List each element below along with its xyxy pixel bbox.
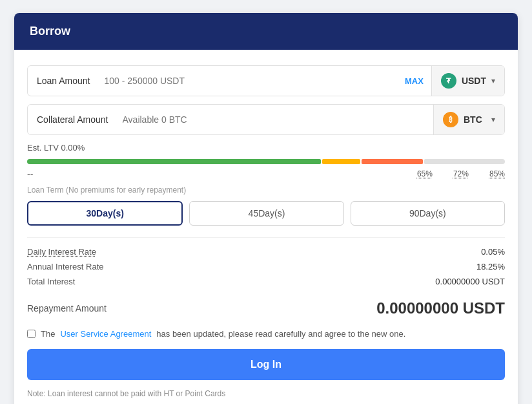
loan-term-label: Loan Term (No premiums for early repayme…: [27, 185, 505, 195]
loan-term-note: (No premiums for early repayment): [66, 186, 186, 195]
collateral-currency-label: BTC: [464, 114, 482, 125]
ltv-segment-grey: [424, 159, 505, 164]
annual-interest-row: Annual Interest Rate 18.25%: [27, 262, 505, 271]
ltv-percentages: 65% 72% 85%: [417, 169, 505, 178]
agreement-text1: The: [41, 329, 55, 339]
collateral-amount-input[interactable]: [118, 114, 433, 125]
ltv-65: 65%: [417, 169, 433, 178]
user-service-agreement-link[interactable]: User Service Agreement: [60, 329, 151, 339]
ltv-dash: --: [27, 169, 33, 179]
ltv-segment-orange: [362, 159, 423, 164]
usdt-icon: ₮: [441, 73, 456, 89]
loan-amount-row: Loan Amount MAX ₮ USDT ▾: [27, 65, 505, 96]
loan-currency-select[interactable]: ₮ USDT ▾: [431, 66, 504, 96]
term-buttons: 30Day(s) 45Day(s) 90Day(s): [27, 201, 505, 226]
ltv-72: 72%: [453, 169, 469, 178]
loan-amount-label: Loan Amount: [28, 76, 99, 86]
repayment-label: Repayment Amount: [27, 303, 107, 314]
loan-currency-chevron: ▾: [491, 76, 495, 85]
max-button[interactable]: MAX: [397, 76, 431, 86]
ltv-row: Est. LTV 0.00%: [27, 143, 505, 153]
annual-interest-value: 18.25%: [476, 262, 505, 271]
daily-interest-value: 0.05%: [481, 247, 505, 257]
btc-icon: ₿: [443, 112, 458, 127]
borrow-card: Borrow Loan Amount MAX ₮ USDT ▾ Collater…: [14, 13, 518, 404]
ltv-labels: -- 65% 72% 85%: [27, 167, 505, 181]
term-90-button[interactable]: 90Day(s): [351, 201, 505, 226]
collateral-currency-select[interactable]: ₿ BTC ▾: [433, 105, 504, 134]
agreement-text2: has been updated, please read carefully …: [156, 329, 405, 339]
total-interest-label: Total Interest: [27, 277, 75, 286]
daily-interest-label: Daily Interest Rate: [27, 247, 96, 257]
ltv-label: Est. LTV: [27, 143, 61, 153]
ltv-segment-green: [27, 159, 321, 164]
loan-term-text: Loan Term: [27, 186, 63, 195]
card-body: Loan Amount MAX ₮ USDT ▾ Collateral Amou…: [14, 50, 518, 404]
repayment-value: 0.00000000 USDT: [376, 299, 505, 317]
collateral-amount-row: Collateral Amount ₿ BTC ▾: [27, 104, 505, 135]
card-header: Borrow: [14, 13, 518, 50]
collateral-currency-chevron: ▾: [491, 115, 495, 124]
agreement-row: The User Service Agreement has been upda…: [27, 329, 505, 339]
ltv-bar: [27, 159, 505, 164]
ltv-segment-yellow: [322, 159, 360, 164]
page-title: Borrow: [30, 25, 70, 37]
loan-currency-label: USDT: [462, 76, 486, 86]
term-45-button[interactable]: 45Day(s): [189, 201, 343, 226]
daily-interest-row: Daily Interest Rate 0.05%: [27, 247, 505, 257]
total-interest-row: Total Interest 0.00000000 USDT: [27, 277, 505, 286]
collateral-amount-label: Collateral Amount: [28, 114, 118, 125]
agreement-checkbox[interactable]: [27, 330, 36, 338]
total-interest-value: 0.00000000 USDT: [435, 277, 505, 286]
annual-interest-label: Annual Interest Rate: [27, 262, 104, 271]
ltv-85: 85%: [489, 169, 505, 178]
note-text: Note: Loan interest cannot be paid with …: [27, 389, 505, 398]
rate-rows: Daily Interest Rate 0.05% Annual Interes…: [27, 237, 505, 286]
login-button[interactable]: Log In: [27, 349, 505, 380]
ltv-value: 0.00%: [61, 143, 85, 153]
loan-amount-input[interactable]: [99, 76, 397, 86]
term-30-button[interactable]: 30Day(s): [27, 201, 183, 226]
repayment-row: Repayment Amount 0.00000000 USDT: [27, 295, 505, 317]
